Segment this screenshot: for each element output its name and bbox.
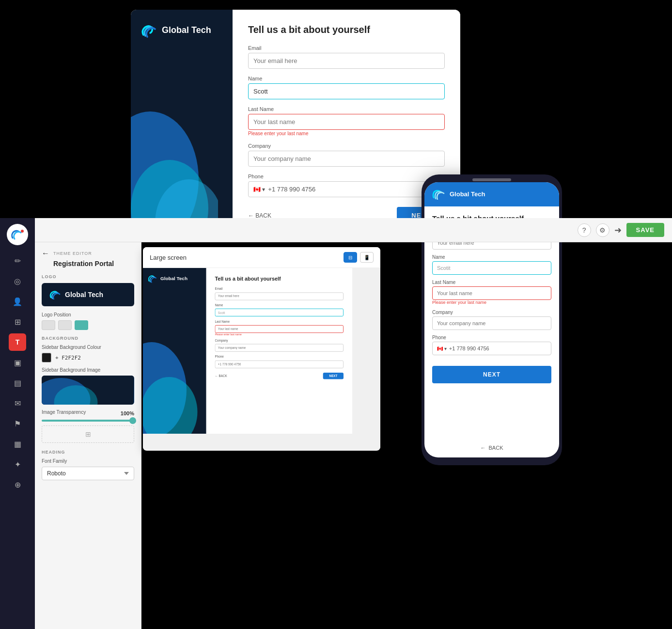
mobile-logo-icon <box>432 189 446 200</box>
logo-pos-center[interactable] <box>58 320 72 330</box>
users-icon[interactable]: 👤 <box>9 293 26 310</box>
editor-title: Registration Portal <box>53 260 134 267</box>
preview-company-input[interactable] <box>215 344 344 352</box>
lastname-error: Please enter your last name <box>248 131 445 136</box>
font-family-select[interactable]: Roboto <box>42 467 134 480</box>
preview-phone-group: Phone <box>215 355 344 368</box>
phone-value: +1 778 990 4756 <box>268 186 315 193</box>
transparency-row: Image Transparency 100% <box>42 409 134 417</box>
location-icon[interactable]: ◎ <box>9 272 26 290</box>
company-group: Company <box>248 143 445 167</box>
mobile-lastname-label: Last Name <box>432 280 551 285</box>
transparency-slider[interactable] <box>42 420 134 422</box>
mobile-lastname-group: Last Name Please enter your last name <box>432 280 551 305</box>
heading-section-heading: HEADING <box>42 450 134 455</box>
sidebar-app-logo[interactable] <box>7 224 28 245</box>
email-label: Email <box>248 45 445 51</box>
logo-preview: Global Tech <box>42 283 134 306</box>
mobile-next-button[interactable]: NEXT <box>432 366 551 383</box>
arrow-icon[interactable]: ➜ <box>614 225 622 236</box>
editor-label: THEME EDITOR <box>53 251 92 256</box>
preview-phone-label: Phone <box>215 355 344 358</box>
preview-name-label: Name <box>215 303 344 306</box>
preview-name-group: Name <box>215 303 344 316</box>
logo-preview-icon <box>49 290 61 299</box>
large-form-title: Tell us a bit about yourself <box>248 24 445 35</box>
transparency-label: Image Transparency <box>42 409 86 415</box>
preview-lastname-error: Please enter last name <box>215 333 344 335</box>
company-input[interactable] <box>248 151 445 167</box>
mobile-lastname-input[interactable] <box>432 286 551 300</box>
tag-icon[interactable]: T <box>9 333 26 351</box>
font-family-label: Font Family <box>42 458 134 464</box>
preview-company-group: Company <box>215 339 344 352</box>
mobile-phone-label: Phone <box>432 335 551 340</box>
editor-back-button[interactable]: ← <box>42 249 49 258</box>
settings-icon[interactable]: ⚙ <box>596 223 609 237</box>
preview-logo: Global Tech <box>143 268 206 290</box>
large-form-logo: Global Tech <box>131 10 233 51</box>
preview-form-title: Tell us a bit about yourself <box>215 276 344 282</box>
left-sidebar: ✏ ◎ 👤 ⊞ T ▣ ▤ ✉ ⚑ ▦ ✦ ⊕ <box>0 218 35 629</box>
svg-point-8 <box>143 377 198 434</box>
card-icon[interactable]: ▣ <box>9 354 26 371</box>
preview-email-input[interactable] <box>215 292 344 300</box>
preview-next-btn[interactable]: NEXT <box>323 373 344 379</box>
theme-editor-panel: ← THEME EDITOR Registration Portal LOGO … <box>35 242 141 629</box>
large-form-logo-text: Global Tech <box>162 25 211 36</box>
color-swatch-black[interactable] <box>42 353 51 362</box>
bg-image-preview <box>42 376 134 405</box>
desktop-view-btn[interactable]: ⊟ <box>344 252 357 263</box>
background-section-heading: BACKGROUND <box>42 336 134 341</box>
preview-company-label: Company <box>215 339 344 342</box>
mobile-name-input[interactable] <box>432 261 551 275</box>
mobile-company-label: Company <box>432 310 551 315</box>
color-value: + F2F2F2 <box>55 355 81 361</box>
grid-icon[interactable]: ⊞ <box>9 313 26 330</box>
preview-name-input[interactable] <box>215 309 344 316</box>
layers-icon[interactable]: ▤ <box>9 374 26 392</box>
logo-pos-right[interactable] <box>75 320 88 330</box>
shield-icon[interactable]: ⊕ <box>9 476 26 493</box>
save-button[interactable]: SAVE <box>626 223 664 237</box>
company-label: Company <box>248 143 445 149</box>
email-input[interactable] <box>248 53 445 69</box>
mobile-view-btn[interactable]: 📱 <box>360 252 374 263</box>
global-tech-logo-icon <box>141 23 158 38</box>
mobile-phone-wrapper: 🇨🇦 ▾ +1 778 990 4756 <box>432 342 551 355</box>
name-input[interactable] <box>248 83 445 99</box>
mobile-back-arrow: ← <box>481 445 486 451</box>
large-screen-preview: Large screen ⊟ 📱 Global Tech <box>143 247 380 451</box>
logo-pos-left[interactable] <box>42 320 55 330</box>
lastname-input[interactable] <box>248 114 445 130</box>
preview-screen-label: Large screen <box>150 254 187 261</box>
lastname-label: Last Name <box>248 106 445 112</box>
mobile-header: Global Tech <box>424 182 559 206</box>
preview-back-btn[interactable]: ← BACK <box>215 374 227 377</box>
puzzle-icon[interactable]: ✦ <box>9 456 26 473</box>
phone-input-wrapper: 🇨🇦 ▾ +1 778 990 4756 <box>248 181 445 197</box>
preview-lastname-label: Last Name <box>215 320 344 323</box>
large-form-sidebar: Global Tech <box>131 10 233 237</box>
preview-phone-input[interactable] <box>215 360 344 368</box>
bg-preview-svg <box>42 376 134 405</box>
mobile-company-group: Company <box>432 310 551 330</box>
preview-controls: ⊟ 📱 <box>344 252 374 263</box>
mail-icon[interactable]: ✉ <box>9 394 26 412</box>
slider-thumb <box>129 417 136 424</box>
mobile-back-row[interactable]: ← BACK <box>424 440 559 457</box>
mobile-back-text: BACK <box>489 445 503 451</box>
truck-icon[interactable]: ▦ <box>9 435 26 453</box>
sidebar-bg-color-label: Sidebar Background Colour <box>42 345 134 350</box>
preview-lastname-input[interactable] <box>215 325 344 332</box>
image-upload-area[interactable]: ⊞ <box>42 425 134 443</box>
preview-sidebar-curves <box>143 320 200 434</box>
logo-preview-text: Global Tech <box>65 291 103 299</box>
mobile-company-input[interactable] <box>432 316 551 330</box>
help-icon[interactable]: ? <box>578 223 591 237</box>
preview-email-group: Email <box>215 287 344 300</box>
phone-group: Phone 🇨🇦 ▾ +1 778 990 4756 <box>248 173 445 197</box>
flag-icon[interactable]: ⚑ <box>9 415 26 432</box>
sidebar-bg-image-label: Sidebar Background Image <box>42 367 134 373</box>
edit-icon[interactable]: ✏ <box>9 252 26 269</box>
